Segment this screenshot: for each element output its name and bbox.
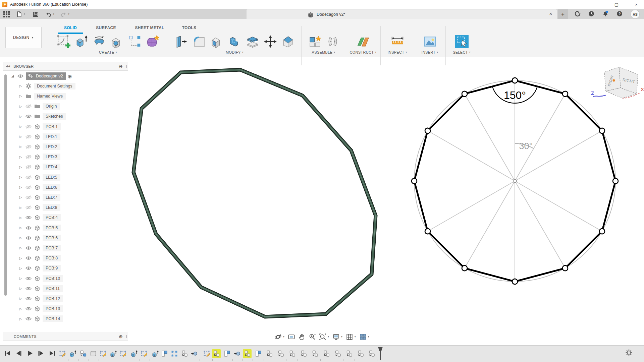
- browser-row-led-6[interactable]: ▷ LED:6: [3, 182, 142, 192]
- eye-hidden-icon[interactable]: [25, 134, 32, 140]
- browser-row-pcb-4[interactable]: ▷ PCB:4: [3, 213, 142, 223]
- expand-caret-icon[interactable]: ▷: [18, 236, 23, 240]
- sketch-origin-point[interactable]: [513, 179, 517, 183]
- tab-solid[interactable]: SOLID: [59, 24, 82, 32]
- timeline-feature-component-copy-highlighted[interactable]: [212, 349, 221, 358]
- tab-tools[interactable]: TOOLS: [179, 24, 200, 32]
- timeline-feature-sketch[interactable]: [58, 349, 67, 358]
- timeline-feature-component-copy[interactable]: [299, 349, 308, 358]
- expand-caret-icon[interactable]: ▷: [18, 125, 23, 128]
- expand-caret-icon[interactable]: ▷: [18, 155, 23, 159]
- construct-plane-icon[interactable]: [356, 34, 371, 49]
- angle-30-label[interactable]: 30°: [519, 141, 533, 151]
- dropdown-caret[interactable]: ▼: [368, 336, 370, 338]
- eye-hidden-icon[interactable]: [25, 103, 32, 109]
- browser-row-pcb-5[interactable]: ▷ PCB:5: [3, 223, 142, 233]
- inspect-dropdown[interactable]: INSPECT▼: [382, 50, 413, 54]
- timeline-feature-revert[interactable]: [233, 349, 241, 358]
- go-to-start-button[interactable]: [4, 350, 11, 357]
- timeline-feature-component-copy[interactable]: [345, 349, 354, 358]
- browser-row-led-3[interactable]: ▷ LED:3: [3, 152, 142, 162]
- look-at-icon[interactable]: [288, 333, 295, 341]
- combine-icon[interactable]: [227, 34, 242, 49]
- create-dropdown[interactable]: CREATE▼: [50, 50, 166, 54]
- timeline-feature-component-copy[interactable]: [276, 349, 285, 358]
- step-forward-button[interactable]: [37, 350, 45, 357]
- eye-visible-icon[interactable]: [25, 113, 32, 119]
- expand-caret-icon[interactable]: ▷: [18, 105, 23, 108]
- eye-visible-icon[interactable]: [25, 286, 32, 292]
- browser-row-pcb-8[interactable]: ▷ PCB:8: [3, 253, 142, 263]
- fit-icon[interactable]: ▼: [319, 333, 329, 341]
- display-settings-icon[interactable]: ▼: [332, 333, 343, 341]
- go-to-end-button[interactable]: [48, 350, 56, 357]
- eye-hidden-icon[interactable]: [25, 204, 32, 210]
- eye-visible-icon[interactable]: [25, 225, 32, 231]
- browser-row-pcb-13[interactable]: ▷ PCB:13: [3, 304, 142, 314]
- eye-hidden-icon[interactable]: [25, 154, 32, 160]
- create-form-icon[interactable]: [145, 34, 160, 49]
- dodecagon-3d-body[interactable]: [133, 70, 376, 317]
- eye-visible-icon[interactable]: [25, 255, 32, 261]
- measure-icon[interactable]: [390, 34, 405, 49]
- help-icon[interactable]: ?: [616, 10, 624, 18]
- select-icon[interactable]: [454, 34, 469, 49]
- expand-caret-icon[interactable]: ▷: [18, 115, 23, 118]
- expand-caret-icon[interactable]: ▷: [18, 135, 23, 138]
- construct-dropdown[interactable]: CONSTRUCT▼: [347, 50, 379, 54]
- browser-minimize-icon[interactable]: ⊖: [119, 64, 123, 69]
- browser-row-sketches[interactable]: ▷ Sketches: [3, 112, 142, 121]
- eye-hidden-icon[interactable]: [25, 184, 32, 190]
- browser-row-led-2[interactable]: ▷ LED:2: [3, 142, 142, 152]
- fillet-icon[interactable]: [192, 34, 207, 49]
- timeline-feature-joint[interactable]: [254, 349, 263, 358]
- app-grid-icon[interactable]: [3, 10, 10, 18]
- notifications-bell-icon[interactable]: [602, 10, 609, 18]
- browser-row-led-4[interactable]: ▷ LED:4: [3, 162, 142, 172]
- expand-caret-icon[interactable]: ▷: [18, 246, 23, 250]
- eye-visible-icon[interactable]: [25, 265, 32, 271]
- timeline-feature-sketch[interactable]: [140, 349, 149, 358]
- expand-caret-icon[interactable]: ▷: [18, 287, 23, 290]
- expand-caret-icon[interactable]: ▷: [18, 165, 23, 169]
- browser-row-document-settings[interactable]: ▷ Document Settings: [3, 81, 142, 91]
- dropdown-caret[interactable]: ▼: [354, 336, 356, 338]
- expand-caret-icon[interactable]: ◢: [10, 74, 15, 78]
- timeline-feature-component[interactable]: [79, 349, 88, 358]
- timeline-feature-component-copy[interactable]: [288, 349, 297, 358]
- eye-visible-icon[interactable]: [25, 215, 32, 221]
- insert-image-icon[interactable]: [423, 34, 437, 49]
- eye-visible-icon[interactable]: [17, 73, 24, 79]
- expand-caret-icon[interactable]: ▷: [18, 206, 23, 209]
- viewports-icon[interactable]: ▼: [359, 333, 370, 341]
- browser-row-pcb-10[interactable]: ▷ PCB:10: [3, 274, 142, 283]
- dropdown-caret[interactable]: ▼: [327, 336, 329, 338]
- expand-caret-icon[interactable]: ▷: [18, 307, 23, 311]
- orbit-icon[interactable]: ▼: [274, 333, 285, 341]
- document-tab-close-icon[interactable]: ×: [547, 11, 554, 16]
- undo-icon[interactable]: [45, 10, 52, 18]
- eye-visible-icon[interactable]: [25, 235, 32, 241]
- browser-row-pcb-9[interactable]: ▷ PCB:9: [3, 263, 142, 273]
- timeline-position-marker[interactable]: [378, 347, 383, 361]
- shell-icon[interactable]: [210, 34, 224, 49]
- press-pull-icon[interactable]: [174, 34, 189, 49]
- timeline-feature-revert[interactable]: [190, 349, 199, 358]
- eye-hidden-icon[interactable]: [25, 124, 32, 130]
- browser-row-pcb-14[interactable]: ▷ PCB:14: [3, 314, 142, 324]
- rectangular-pattern-icon[interactable]: [127, 34, 142, 49]
- draft-icon[interactable]: [281, 34, 296, 49]
- expand-caret-icon[interactable]: ▷: [18, 145, 23, 148]
- eye-visible-icon[interactable]: [25, 316, 32, 322]
- modify-dropdown[interactable]: MODIFY▼: [169, 50, 300, 54]
- expand-caret-icon[interactable]: ▷: [18, 266, 23, 270]
- eye-visible-icon[interactable]: [25, 296, 32, 302]
- pan-icon[interactable]: [298, 333, 306, 341]
- timeline-settings-gear-icon[interactable]: [625, 349, 633, 357]
- timeline-feature-extrude[interactable]: [130, 349, 139, 358]
- browser-row-pcb-11[interactable]: ▷ PCB:11: [3, 284, 142, 293]
- timeline-feature-component-copy[interactable]: [367, 349, 376, 358]
- expand-caret-icon[interactable]: ▷: [18, 84, 23, 88]
- joint-icon[interactable]: [325, 34, 340, 49]
- new-tab-button[interactable]: +: [558, 9, 568, 19]
